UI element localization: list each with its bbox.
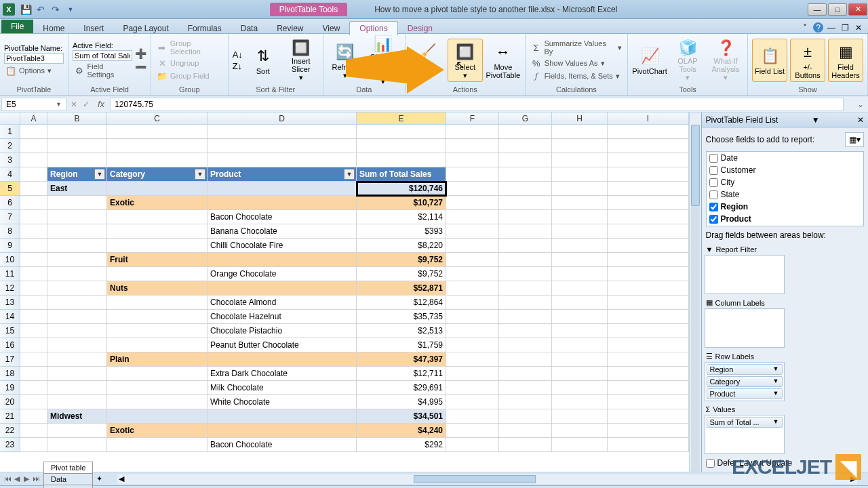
cell[interactable] (499, 239, 552, 253)
cell[interactable] (446, 167, 499, 182)
cell[interactable] (499, 338, 552, 352)
fields-items-sets-button[interactable]: 𝑓Fields, Items, & Sets ▾ (530, 70, 623, 82)
column-header-F[interactable]: F (446, 113, 499, 124)
field-product[interactable]: Product (707, 213, 864, 225)
filter-dropdown-icon[interactable]: ▼ (195, 169, 205, 180)
tab-view[interactable]: View (313, 22, 350, 35)
save-icon[interactable]: 💾 (19, 3, 33, 16)
cell[interactable]: Bacon Chocolate (208, 438, 357, 452)
cell[interactable] (552, 224, 608, 239)
select-all-corner[interactable] (0, 113, 20, 124)
area-item[interactable]: Sum of Total ...▼ (707, 417, 783, 428)
row-header[interactable]: 15 (0, 324, 20, 338)
cell[interactable] (446, 153, 499, 167)
cell[interactable] (47, 296, 107, 310)
cell[interactable] (47, 153, 107, 167)
cell[interactable] (446, 381, 499, 395)
cell[interactable]: $393 (357, 224, 446, 239)
cell[interactable] (47, 281, 107, 296)
row-header[interactable]: 17 (0, 352, 20, 367)
cell[interactable] (47, 196, 107, 210)
cell[interactable]: Nuts (107, 281, 208, 296)
cell[interactable] (208, 352, 357, 367)
cell[interactable]: $29,691 (357, 381, 446, 395)
cell[interactable] (20, 153, 47, 167)
cell[interactable] (552, 139, 608, 153)
cell[interactable]: $4,240 (357, 424, 446, 438)
cell[interactable] (107, 367, 208, 381)
cell[interactable] (107, 139, 208, 153)
olap-tools-button[interactable]: 🧊OLAP Tools ▾ (670, 39, 705, 82)
area-item[interactable]: Product▼ (707, 388, 783, 399)
cell[interactable]: $9,752 (357, 267, 446, 281)
cell[interactable] (499, 210, 552, 224)
cell[interactable] (608, 338, 689, 352)
cell[interactable] (499, 153, 552, 167)
cell[interactable] (47, 310, 107, 324)
chevron-down-icon[interactable]: ▼ (773, 378, 779, 386)
fx-icon[interactable]: fx (92, 99, 110, 109)
cell[interactable] (608, 310, 689, 324)
cell[interactable]: $2,513 (357, 324, 446, 338)
maximize-button[interactable]: □ (828, 3, 847, 16)
worksheet-grid[interactable]: 1234Region▼Category▼Product▼Sum of Total… (0, 125, 689, 472)
cell[interactable] (107, 438, 208, 452)
cell[interactable] (552, 296, 608, 310)
cell[interactable] (499, 182, 552, 196)
cell[interactable] (499, 352, 552, 367)
cell[interactable] (208, 409, 357, 424)
row-header[interactable]: 19 (0, 381, 20, 395)
pivottable-options-button[interactable]: 📋Options ▾ (4, 64, 64, 77)
row-header[interactable]: 20 (0, 395, 20, 409)
cell[interactable] (608, 153, 689, 167)
cell[interactable]: Bacon Chocolate (208, 210, 357, 224)
cancel-formula-icon[interactable]: ✕ (68, 100, 80, 109)
cell[interactable] (552, 424, 608, 438)
tab-insert[interactable]: Insert (74, 22, 113, 35)
row-header[interactable]: 2 (0, 139, 20, 153)
field-city[interactable]: City (707, 176, 864, 188)
window-close-icon[interactable]: ✕ (853, 22, 864, 33)
sort-asc-icon[interactable]: A↓ (233, 49, 243, 60)
cell[interactable] (47, 352, 107, 367)
cell[interactable]: $12,711 (357, 367, 446, 381)
cell[interactable] (357, 153, 446, 167)
cell[interactable]: $34,501 (357, 409, 446, 424)
cell[interactable] (552, 409, 608, 424)
cell[interactable] (608, 296, 689, 310)
pivottable-name-input[interactable] (4, 53, 64, 64)
cell[interactable] (20, 338, 47, 352)
row-header[interactable]: 11 (0, 267, 20, 281)
cell[interactable]: $9,752 (357, 253, 446, 267)
cell[interactable]: $120,746 (357, 182, 446, 196)
buttons-toggle[interactable]: ±+/- Buttons (790, 39, 825, 82)
cell[interactable] (446, 296, 499, 310)
cell[interactable] (20, 381, 47, 395)
vertical-scrollbar[interactable] (689, 113, 701, 472)
cell[interactable]: Sum of Total Sales (357, 167, 446, 182)
cell[interactable] (107, 210, 208, 224)
cell[interactable] (47, 267, 107, 281)
cell[interactable] (357, 139, 446, 153)
cell[interactable] (499, 139, 552, 153)
column-header-I[interactable]: I (608, 113, 689, 124)
cell[interactable] (552, 182, 608, 196)
cell[interactable] (20, 367, 47, 381)
row-header[interactable]: 22 (0, 424, 20, 438)
cell[interactable] (446, 139, 499, 153)
filter-dropdown-icon[interactable]: ▼ (94, 169, 105, 180)
cell[interactable] (499, 381, 552, 395)
change-data-source-button[interactable]: 📊Change Data Source ▾ (366, 39, 401, 82)
area-item[interactable]: Category▼ (707, 376, 783, 387)
cell[interactable] (552, 310, 608, 324)
cell[interactable] (107, 125, 208, 139)
cell[interactable]: Extra Dark Chocolate (208, 367, 357, 381)
column-header-H[interactable]: H (552, 113, 608, 124)
cell[interactable] (608, 139, 689, 153)
cell[interactable] (20, 139, 47, 153)
expand-formula-icon[interactable]: ⌄ (853, 100, 868, 109)
cell[interactable]: White Chocolate (208, 395, 357, 409)
column-header-B[interactable]: B (47, 113, 107, 124)
cell[interactable] (208, 253, 357, 267)
tab-data[interactable]: Data (231, 22, 267, 35)
